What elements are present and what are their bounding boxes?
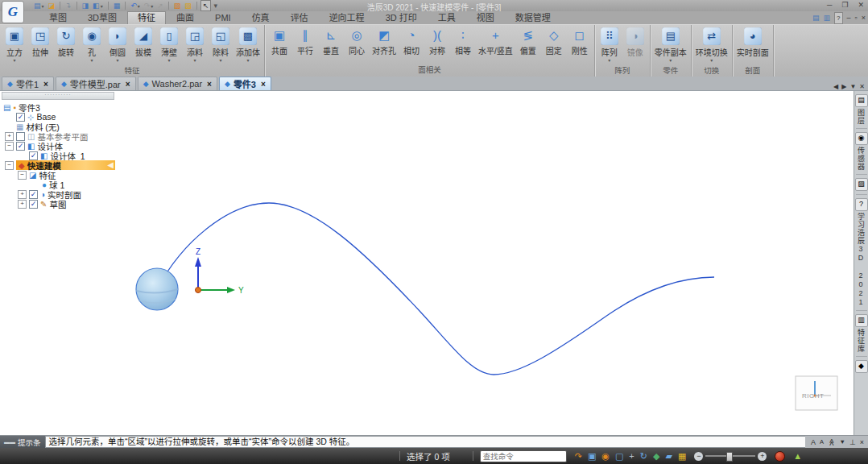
minimize-button[interactable]: ─: [825, 0, 834, 10]
tree-drag-handle[interactable]: ··········: [2, 92, 114, 100]
zoom-in-button[interactable]: +: [758, 452, 767, 461]
scroll-tabs-left-button[interactable]: ◀: [833, 83, 838, 90]
zoom-area-button[interactable]: ▣: [588, 450, 596, 462]
panel-tab-feature-library[interactable]: ▥特征库: [855, 314, 868, 353]
prompt-menu-button[interactable]: ▼: [839, 438, 845, 445]
view-indicator[interactable]: RIGHT: [796, 376, 837, 410]
对齐孔-button[interactable]: ◩对齐孔: [370, 27, 399, 63]
对称-button[interactable]: )(对称: [424, 27, 450, 63]
document-tab-零件3[interactable]: ◆零件3×: [219, 77, 271, 90]
menu-tab-工具[interactable]: 工具: [428, 11, 466, 24]
panel-tab-render-studio[interactable]: ▨: [855, 178, 868, 191]
panel-tab-sensors[interactable]: ◉传感器: [855, 132, 868, 171]
expand-icon[interactable]: +: [18, 190, 27, 199]
doc-restore-button[interactable]: ▫: [855, 13, 858, 23]
除料-button[interactable]: ◱除料▾: [208, 27, 234, 64]
scroll-tabs-right-button[interactable]: ▶: [841, 83, 846, 90]
doc-minimize-button[interactable]: –: [847, 13, 851, 23]
孔-button[interactable]: ◉孔▾: [79, 27, 105, 64]
maximize-button[interactable]: ❐: [839, 0, 850, 10]
tree-checkbox[interactable]: [16, 132, 25, 141]
document-tab-零件1[interactable]: ◆零件1×: [2, 77, 54, 90]
zoom-button[interactable]: ◉: [601, 450, 610, 462]
save-button[interactable]: ◨: [81, 1, 91, 10]
close-tab-icon[interactable]: ×: [43, 80, 48, 89]
zoom-slider-track[interactable]: [705, 455, 755, 457]
rotate-view-button[interactable]: ↻: [640, 450, 647, 462]
link-button[interactable]: ↗: [155, 1, 165, 10]
select-tool-button[interactable]: ↖: [200, 0, 212, 11]
menu-tab-PMI[interactable]: PMI: [205, 11, 242, 24]
properties-button[interactable]: ▦: [112, 1, 122, 10]
close-document-button[interactable]: ✕: [859, 83, 865, 90]
刚性-button[interactable]: ◻刚性: [567, 27, 593, 63]
save-as-button[interactable]: ◧▾: [91, 1, 105, 10]
collapse-icon[interactable]: −: [5, 161, 14, 170]
实时剖面-button[interactable]: ◕实时剖面: [734, 27, 771, 64]
close-tab-icon[interactable]: ×: [261, 80, 266, 89]
拔模-button[interactable]: ◢拔模: [130, 27, 156, 64]
view-styles-button[interactable]: ▰: [665, 450, 672, 462]
pan-button[interactable]: +: [629, 450, 634, 462]
环境切换-button[interactable]: ⇄环境切换▾: [693, 27, 730, 64]
tile-windows-button[interactable]: ▥: [824, 13, 831, 23]
平行-button[interactable]: ∥平行: [292, 27, 318, 63]
tab-list-button[interactable]: ▼: [849, 83, 856, 90]
open-button[interactable]: ◪: [47, 1, 57, 10]
sphere-body[interactable]: [136, 268, 178, 310]
expand-icon[interactable]: +: [5, 132, 14, 141]
menu-tab-仿真[interactable]: 仿真: [242, 11, 280, 24]
偏置-button[interactable]: ≶偏置: [515, 27, 541, 63]
panel-tab-learn[interactable]: ?学习浩辰3D 2021: [855, 198, 868, 307]
menu-tab-逆向工程[interactable]: 逆向工程: [319, 11, 375, 24]
tree-checkbox[interactable]: ✓: [29, 190, 38, 199]
薄壁-button[interactable]: ▯薄壁▾: [156, 27, 182, 64]
menu-tab-3D草图[interactable]: 3D草图: [77, 11, 127, 24]
font-decrease-button[interactable]: A: [820, 438, 824, 445]
zoom-slider-thumb[interactable]: [726, 452, 733, 462]
阵列-button[interactable]: ⠿阵列▾: [597, 27, 622, 64]
fit-view-button[interactable]: ▢: [615, 450, 623, 462]
menu-tab-特征[interactable]: 特征: [127, 11, 166, 24]
record-button[interactable]: [775, 451, 785, 462]
tree-checkbox[interactable]: ✓: [16, 142, 25, 151]
help-button[interactable]: ?: [834, 12, 842, 24]
collapse-icon[interactable]: −: [5, 142, 14, 151]
collapse-prompt-button[interactable]: ≪: [828, 438, 836, 445]
qat-overflow-button[interactable]: ▾: [212, 1, 219, 10]
menu-tab-数据管理[interactable]: 数据管理: [505, 11, 561, 24]
document-tab-零件模型.par[interactable]: ◆零件模型.par×: [56, 77, 136, 90]
undo-button[interactable]: ↶▾: [129, 1, 142, 10]
panel-tab-parts-library[interactable]: ◆: [855, 360, 868, 373]
window-layout-button[interactable]: ▦: [678, 450, 686, 462]
style-button[interactable]: ▧: [172, 1, 183, 10]
expand-icon[interactable]: +: [18, 200, 27, 209]
立方-button[interactable]: ▣立方▾: [2, 27, 27, 64]
tree-checkbox[interactable]: ✓: [29, 200, 38, 209]
named-views-button[interactable]: ◆: [653, 450, 659, 462]
添料-button[interactable]: ◲添料▾: [182, 27, 208, 64]
close-prompt-button[interactable]: ×: [860, 438, 864, 446]
tree-checkbox[interactable]: ✓: [16, 113, 25, 122]
cascade-windows-button[interactable]: ▤: [812, 13, 820, 23]
panel-tab-layers[interactable]: ▤图层: [855, 94, 868, 125]
menu-tab-评估[interactable]: 评估: [280, 11, 319, 24]
collapse-icon[interactable]: −: [18, 171, 27, 180]
previous-view-button[interactable]: ↷: [575, 450, 582, 462]
相切-button[interactable]: ◔相切: [399, 27, 424, 63]
倒圆-button[interactable]: ◗倒圆▾: [105, 27, 130, 64]
close-tab-icon[interactable]: ×: [126, 80, 130, 89]
find-command-input[interactable]: [480, 450, 567, 462]
零件副本-button[interactable]: ▤零件副本▾: [652, 27, 689, 64]
menu-tab-3D 打印[interactable]: 3D 打印: [375, 11, 428, 24]
旋转-button[interactable]: ↻旋转: [53, 27, 79, 64]
pin-prompt-button[interactable]: ⊥: [849, 438, 856, 446]
command-bar-toggle-icon[interactable]: ▲: [793, 451, 802, 461]
拉伸-button[interactable]: ◳拉伸: [27, 27, 53, 64]
menu-tab-草图[interactable]: 草图: [39, 11, 77, 24]
menu-tab-视图[interactable]: 视图: [466, 11, 505, 24]
close-tab-icon[interactable]: ×: [207, 80, 212, 89]
document-tab-Washer2.par[interactable]: ◆Washer2.par×: [138, 77, 217, 90]
添加体-button[interactable]: ▩添加体▾: [234, 27, 262, 64]
相等-button[interactable]: ∶相等: [450, 27, 476, 63]
